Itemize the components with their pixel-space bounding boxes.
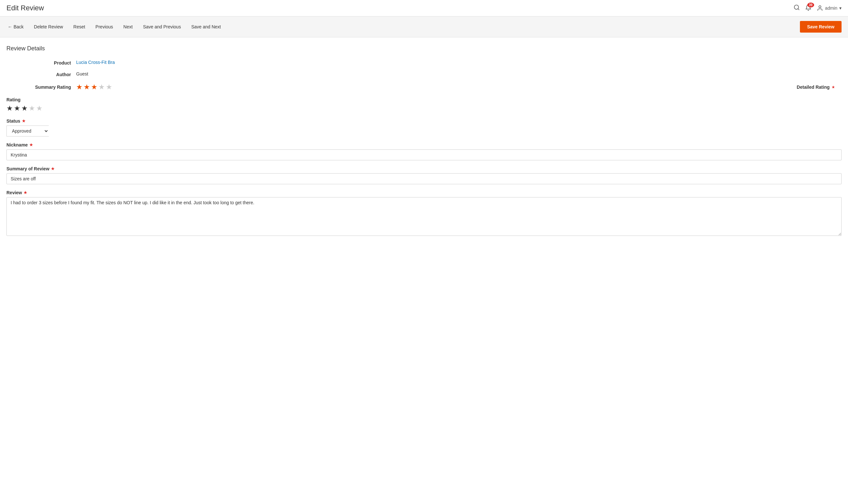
- save-and-previous-button[interactable]: Save and Previous: [142, 22, 182, 31]
- save-and-next-button[interactable]: Save and Next: [190, 22, 222, 31]
- review-textarea[interactable]: I had to order 3 sizes before I found my…: [6, 197, 842, 236]
- reset-button[interactable]: Reset: [72, 22, 87, 31]
- delete-review-button[interactable]: Delete Review: [33, 22, 64, 31]
- top-header: Edit Review 39 admin ▾: [0, 0, 848, 16]
- header-right: 39 admin ▾: [793, 4, 842, 12]
- nickname-label: Nickname ★: [6, 142, 842, 147]
- summary-field-group: Summary of Review ★: [6, 166, 842, 184]
- detailed-rating-section: Detailed Rating ★: [797, 85, 842, 90]
- author-row: Author Guest: [6, 71, 842, 77]
- save-review-button[interactable]: Save Review: [800, 21, 842, 33]
- summary-rating-stars[interactable]: ★ ★ ★ ★ ★: [76, 83, 112, 91]
- nickname-field-group: Nickname ★: [6, 142, 842, 160]
- rating-star-4[interactable]: ★: [29, 104, 35, 113]
- admin-menu[interactable]: admin ▾: [817, 5, 842, 11]
- rating-star-1[interactable]: ★: [6, 104, 13, 113]
- product-link[interactable]: Lucia Cross-Fit Bra: [76, 60, 115, 65]
- product-row: Product Lucia Cross-Fit Bra: [6, 60, 842, 66]
- rating-stars[interactable]: ★ ★ ★ ★ ★: [6, 104, 842, 113]
- star-1[interactable]: ★: [76, 83, 83, 91]
- previous-button[interactable]: Previous: [94, 22, 114, 31]
- nickname-required-star: ★: [29, 143, 33, 147]
- detailed-rating-label: Detailed Rating: [797, 85, 830, 90]
- product-label: Product: [26, 60, 71, 66]
- summary-rating-label: Summary Rating: [26, 85, 71, 90]
- back-button[interactable]: ← Back: [6, 22, 25, 31]
- next-button[interactable]: Next: [122, 22, 134, 31]
- toolbar: ← Back Delete Review Reset Previous Next…: [0, 16, 848, 37]
- svg-line-1: [798, 8, 799, 10]
- review-required-star: ★: [23, 191, 27, 195]
- page-title: Edit Review: [6, 4, 44, 12]
- status-select[interactable]: Approved Pending Not Approved: [6, 126, 49, 137]
- star-5[interactable]: ★: [106, 83, 112, 91]
- search-button[interactable]: [793, 4, 800, 12]
- rating-field-group: Rating ★ ★ ★ ★ ★: [6, 97, 842, 113]
- status-label: Status ★: [6, 119, 842, 124]
- main-content: Review Details Product Lucia Cross-Fit B…: [0, 37, 848, 250]
- nickname-input[interactable]: [6, 149, 842, 160]
- status-field-group: Status ★ Approved Pending Not Approved: [6, 119, 842, 137]
- rating-star-2[interactable]: ★: [14, 104, 20, 113]
- review-label: Review ★: [6, 190, 842, 195]
- rating-star-5[interactable]: ★: [36, 104, 42, 113]
- status-required-star: ★: [22, 119, 25, 123]
- star-2[interactable]: ★: [84, 83, 90, 91]
- notification-badge: 39: [807, 3, 814, 7]
- rating-star-3[interactable]: ★: [21, 104, 28, 113]
- svg-point-2: [819, 6, 821, 8]
- admin-label: admin: [825, 5, 837, 11]
- summary-required-star: ★: [51, 166, 55, 171]
- summary-rating-row: Summary Rating ★ ★ ★ ★ ★ Detailed Rating…: [6, 83, 842, 91]
- detailed-rating-required: ★: [832, 85, 835, 89]
- summary-input[interactable]: [6, 173, 842, 184]
- star-4[interactable]: ★: [98, 83, 105, 91]
- author-label: Author: [26, 71, 71, 77]
- summary-of-review-label: Summary of Review ★: [6, 166, 842, 171]
- notifications-button[interactable]: 39: [805, 4, 812, 12]
- admin-chevron-icon: ▾: [839, 5, 842, 11]
- section-title: Review Details: [6, 45, 842, 52]
- rating-label: Rating: [6, 97, 842, 102]
- review-field-group: Review ★ I had to order 3 sizes before I…: [6, 190, 842, 237]
- status-select-wrap: Approved Pending Not Approved: [6, 126, 842, 137]
- star-3[interactable]: ★: [91, 83, 97, 91]
- author-value: Guest: [76, 71, 88, 76]
